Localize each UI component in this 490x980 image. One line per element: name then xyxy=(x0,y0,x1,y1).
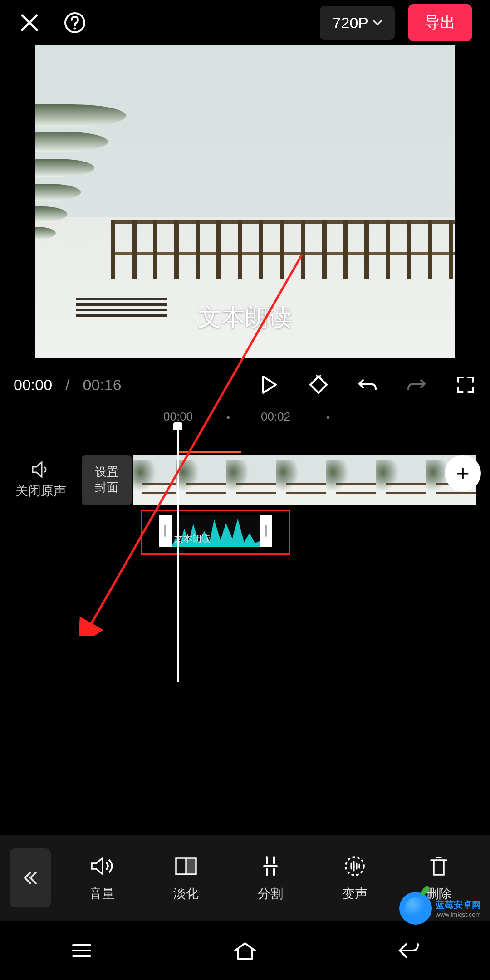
tool-voice-change[interactable]: 变声 xyxy=(342,853,368,902)
audio-clip-label: 文本朗读 xyxy=(174,533,211,545)
video-clip[interactable] xyxy=(133,455,490,505)
audio-waveform: 文本朗读 xyxy=(172,515,260,547)
play-button[interactable] xyxy=(259,374,280,396)
tool-label: 淡化 xyxy=(173,885,199,902)
ruler-tick xyxy=(227,416,230,419)
undo-button[interactable] xyxy=(357,374,378,396)
redo-button[interactable] xyxy=(406,374,427,396)
svg-point-1 xyxy=(74,28,76,30)
timeline-ruler: 00:00 00:02 xyxy=(0,410,490,428)
add-clip-button[interactable]: + xyxy=(445,455,481,491)
ruler-mark: 00:00 xyxy=(163,410,193,424)
export-label: 导出 xyxy=(425,14,456,31)
tool-volume[interactable]: 音量 xyxy=(89,853,115,902)
selection-indicator xyxy=(178,451,241,453)
nav-home-button[interactable] xyxy=(222,937,268,964)
tool-split[interactable]: 分割 xyxy=(258,853,283,902)
video-preview[interactable]: 文本朗读 xyxy=(35,45,455,358)
nav-back-button[interactable] xyxy=(386,937,431,964)
time-current: 00:00 xyxy=(14,376,52,394)
cover-label-2: 封面 xyxy=(95,480,118,495)
speaker-icon xyxy=(31,461,51,479)
fullscreen-button[interactable] xyxy=(455,374,476,396)
tool-fade[interactable]: 淡化 xyxy=(173,853,199,902)
system-nav-bar xyxy=(0,921,490,980)
preview-overlay-text: 文本朗读 xyxy=(198,302,292,333)
watermark: 蓝莓安卓网 www.lmkjst.com xyxy=(399,892,481,925)
split-icon xyxy=(258,853,283,879)
plus-icon: + xyxy=(456,460,469,486)
voice-change-icon xyxy=(342,853,368,879)
tool-label: 变声 xyxy=(342,885,368,902)
clip-handle-left[interactable] xyxy=(159,515,172,547)
time-total: 00:16 xyxy=(83,376,122,394)
menu-icon xyxy=(70,941,93,960)
clip-handle-right[interactable] xyxy=(260,515,272,547)
playhead[interactable] xyxy=(177,428,179,682)
audio-clip[interactable]: 文本朗读 xyxy=(159,515,272,547)
help-button[interactable] xyxy=(64,11,86,34)
ruler-tick xyxy=(327,416,329,419)
tool-label: 音量 xyxy=(89,885,115,902)
svg-rect-5 xyxy=(186,858,196,874)
svg-point-6 xyxy=(346,857,364,875)
resolution-selector[interactable]: 720P xyxy=(320,6,395,40)
cover-label-1: 设置 xyxy=(95,465,118,480)
export-button[interactable]: 导出 xyxy=(408,4,472,41)
chevron-down-icon xyxy=(373,20,382,26)
mute-original-button[interactable]: 关闭原声 xyxy=(0,453,82,507)
watermark-url: www.lmkjst.com xyxy=(436,911,481,918)
watermark-title: 蓝莓安卓网 xyxy=(436,899,481,911)
timeline[interactable]: 00:00 00:02 关闭原声 设置 封面 + xyxy=(0,410,490,609)
chevron-left-double-icon xyxy=(21,869,39,887)
delete-icon xyxy=(426,853,451,879)
volume-icon xyxy=(89,853,115,879)
tool-label: 分割 xyxy=(258,885,283,902)
set-cover-button[interactable]: 设置 封面 xyxy=(82,455,132,505)
watermark-logo-icon xyxy=(399,892,432,925)
toolbar-back-button[interactable] xyxy=(10,848,51,907)
home-icon xyxy=(232,941,258,960)
nav-menu-button[interactable] xyxy=(59,937,104,964)
keyframe-button[interactable] xyxy=(308,374,329,396)
close-button[interactable] xyxy=(18,11,41,34)
ruler-mark: 00:02 xyxy=(261,410,290,424)
resolution-label: 720P xyxy=(333,14,368,32)
back-icon xyxy=(397,941,420,960)
fade-icon xyxy=(173,853,199,879)
mute-label: 关闭原声 xyxy=(15,482,66,500)
time-separator: / xyxy=(65,376,69,394)
